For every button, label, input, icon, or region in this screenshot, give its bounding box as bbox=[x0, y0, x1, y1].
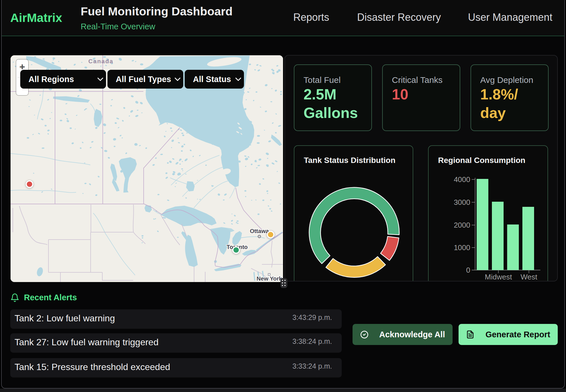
svg-text:New York: New York bbox=[256, 275, 282, 282]
svg-text:Canada: Canada bbox=[88, 58, 113, 64]
svg-text:4000: 4000 bbox=[454, 175, 470, 184]
svg-text:Ottawa: Ottawa bbox=[250, 228, 269, 234]
svg-text:2000: 2000 bbox=[454, 221, 470, 229]
svg-text:3000: 3000 bbox=[454, 198, 470, 207]
svg-text:West: West bbox=[520, 273, 538, 281]
svg-text:Midwest: Midwest bbox=[485, 273, 512, 281]
svg-text:1000: 1000 bbox=[454, 243, 470, 252]
svg-text:0: 0 bbox=[466, 266, 470, 274]
